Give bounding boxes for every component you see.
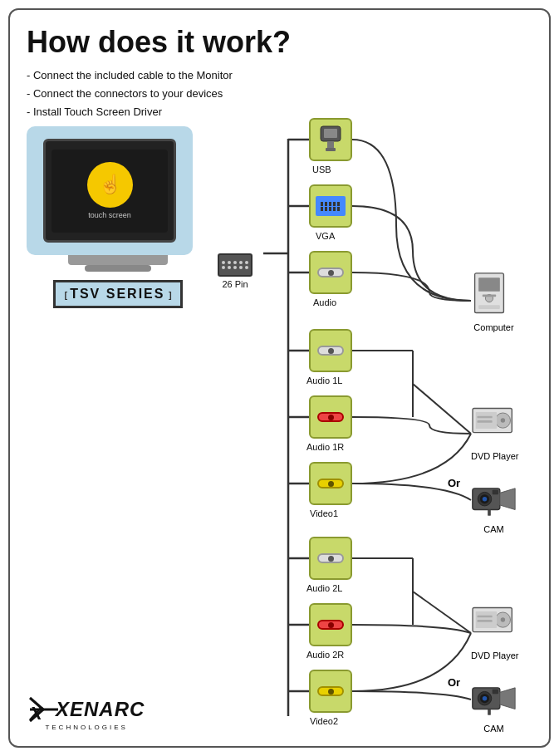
svg-rect-29	[476, 412, 497, 429]
svg-rect-36	[493, 490, 498, 495]
dvd2-device: DVD Player	[471, 604, 518, 660]
cam2-icon	[471, 681, 517, 719]
svg-rect-49	[493, 690, 498, 695]
audio-label: Audio	[313, 297, 336, 307]
logo-brand-row: X XENARC	[28, 696, 145, 723]
audio2l-label: Audio 2L	[306, 583, 342, 593]
monitor-circle: ☝	[87, 162, 133, 208]
pin-label: 26 Pin	[222, 279, 248, 289]
video2-label: Video2	[310, 716, 338, 726]
computer-icon	[471, 272, 517, 317]
computer-label: Computer	[471, 322, 517, 332]
svg-point-28	[501, 418, 505, 422]
monitor-stand	[68, 255, 168, 265]
cam1-icon	[471, 482, 517, 519]
svg-rect-42	[476, 611, 497, 628]
monitor-box: ☝ touch screen	[27, 126, 193, 255]
tsv-label-container: [ TSV SERIES ]	[27, 280, 209, 308]
video2-connector-box	[309, 670, 352, 713]
svg-marker-50	[500, 688, 515, 709]
video1-icon	[317, 479, 344, 488]
usb-label: USB	[312, 164, 331, 174]
svg-point-48	[483, 696, 488, 701]
audio-connector-box	[309, 251, 352, 294]
page-title: How does it work?	[27, 25, 532, 60]
instructions-list: Connect the included cable to the Monito…	[27, 66, 532, 121]
audio1r-connector-box	[309, 395, 352, 439]
audio2l-connector-box	[309, 537, 352, 580]
logo-brand-text: XENARC	[56, 698, 145, 721]
monitor-inner: ☝ touch screen	[43, 139, 176, 243]
monitor-section: ☝ touch screen [ TSV SERIES ]	[27, 126, 209, 308]
svg-rect-31	[478, 420, 493, 423]
cam2-label: CAM	[471, 724, 517, 734]
svg-rect-25	[483, 295, 497, 297]
svg-rect-24	[478, 305, 500, 309]
usb-icon	[316, 125, 346, 155]
video1-label: Video1	[310, 508, 338, 518]
video1-connector-box	[309, 462, 352, 505]
cam1-device: CAM	[471, 482, 517, 534]
xenarc-logo: X XENARC TECHNOLOGIES	[28, 696, 145, 731]
pin-connector: 26 Pin	[218, 253, 253, 289]
audio1r-label: Audio 1R	[306, 442, 344, 452]
audio1l-icon	[317, 346, 344, 356]
instruction-1: Connect the included cable to the Monito…	[27, 66, 532, 85]
page-container: How does it work? Connect the included c…	[8, 8, 551, 748]
vga-connector-box	[309, 184, 352, 228]
video2-icon	[317, 686, 344, 696]
audio1l-label: Audio 1L	[306, 376, 342, 385]
svg-text:X: X	[28, 703, 43, 723]
cam1-label: CAM	[471, 524, 517, 534]
svg-rect-30	[478, 416, 493, 419]
monitor-text: touch screen	[88, 211, 131, 220]
touch-icon: ☝	[99, 174, 121, 195]
dvd2-icon	[471, 604, 517, 646]
connector-icon	[218, 253, 253, 277]
computer-device: Computer	[471, 272, 517, 332]
audio2r-icon	[317, 620, 344, 630]
vga-label: VGA	[316, 231, 335, 241]
svg-rect-22	[478, 277, 500, 292]
vga-pins	[321, 202, 341, 211]
svg-marker-37	[500, 488, 515, 510]
audio-icon	[317, 268, 344, 277]
svg-rect-51	[488, 709, 491, 715]
svg-point-35	[483, 497, 488, 502]
dvd1-icon	[471, 405, 517, 446]
svg-rect-44	[478, 620, 493, 622]
cam2-device: CAM	[471, 681, 517, 734]
audio2r-label: Audio 2R	[306, 650, 344, 660]
vga-icon	[316, 196, 346, 216]
or-label-2: Or	[448, 676, 460, 689]
svg-line-16	[413, 592, 471, 633]
logo-sub-text: TECHNOLOGIES	[28, 724, 145, 731]
connector-dots	[222, 261, 249, 269]
audio1r-icon	[317, 412, 344, 422]
dvd1-device: DVD Player	[471, 405, 518, 461]
audio1l-connector-box	[309, 329, 352, 372]
monitor-base	[85, 265, 151, 272]
audio2r-connector-box	[309, 603, 352, 646]
dvd1-label: DVD Player	[471, 451, 518, 461]
svg-line-13	[413, 384, 471, 434]
instruction-2: Connect the connectors to your devices	[27, 85, 532, 103]
svg-point-41	[501, 617, 505, 621]
dvd2-label: DVD Player	[471, 650, 518, 660]
svg-rect-38	[488, 510, 491, 516]
tsv-label: TSV SERIES	[70, 287, 164, 301]
connections-area: USB VGA Audio	[263, 118, 546, 749]
svg-rect-43	[478, 616, 493, 618]
svg-rect-18	[324, 129, 337, 138]
svg-rect-20	[326, 148, 336, 151]
usb-connector-box	[309, 118, 352, 161]
audio2l-icon	[317, 553, 344, 563]
monitor-screen: ☝ touch screen	[51, 150, 168, 233]
or-label-1: Or	[448, 477, 460, 489]
